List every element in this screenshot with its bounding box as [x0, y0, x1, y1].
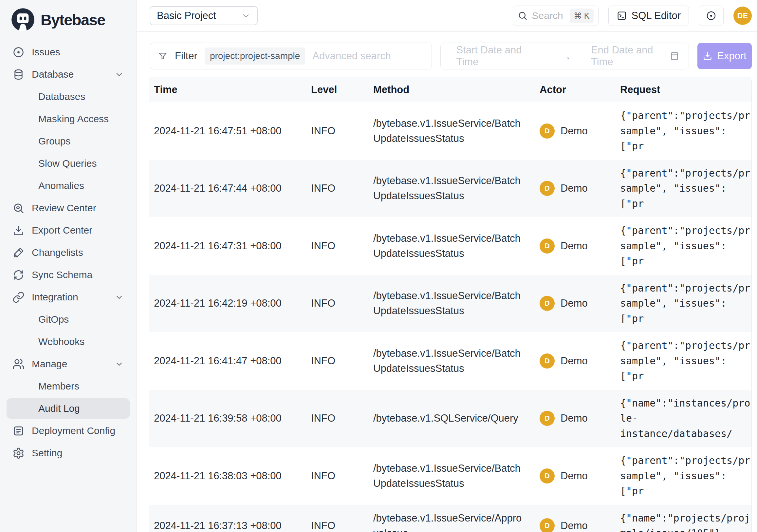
search-input[interactable]: Search ⌘ K [513, 6, 598, 26]
sidebar-item-database[interactable]: Database [7, 64, 130, 84]
sidebar-item-label: Databases [38, 91, 85, 102]
cell-actor: D Demo [530, 512, 616, 532]
table-row[interactable]: 2024-11-21 16:37:13 +08:00 INFO /bytebas… [149, 505, 751, 532]
search-placeholder: Search [532, 10, 565, 21]
table-row[interactable]: 2024-11-21 16:38:03 +08:00 INFO /bytebas… [149, 447, 751, 505]
cell-request: {"parent":"projects/pr sample", "issues"… [616, 102, 751, 160]
actor-name: Demo [560, 355, 588, 367]
sidebar-item-slow-queries[interactable]: Slow Queries [7, 153, 130, 173]
export-button[interactable]: Export [697, 43, 752, 69]
sidebar-item-anomalies[interactable]: Anomalies [7, 175, 130, 196]
actor-name: Demo [560, 240, 588, 252]
user-avatar[interactable]: DE [733, 7, 752, 25]
table-row[interactable]: 2024-11-21 16:47:51 +08:00 INFO /bytebas… [149, 102, 751, 160]
project-select[interactable]: Basic Project [150, 6, 258, 25]
cell-method: /bytebase.v1.IssueService/ApproveIssue [369, 505, 530, 532]
cell-request: {"parent":"projects/pr sample", "issues"… [616, 447, 751, 505]
column-header-time[interactable]: Time [149, 84, 307, 96]
sidebar-item-label: Manage [32, 359, 67, 369]
download-icon [13, 224, 24, 236]
sidebar-item-label: Issues [32, 47, 60, 58]
sidebar-item-sync-schema[interactable]: Sync Schema [7, 265, 130, 285]
chevron-down-icon[interactable] [115, 360, 124, 368]
sidebar-item-setting[interactable]: Setting [7, 443, 130, 463]
column-header-level[interactable]: Level [307, 84, 369, 96]
project-select-value: Basic Project [157, 10, 216, 22]
sidebar-item-manage[interactable]: Manage [7, 354, 130, 374]
actor-avatar: D [540, 123, 555, 139]
cell-actor: D Demo [530, 348, 616, 374]
column-divider[interactable] [530, 83, 530, 97]
cell-level: INFO [307, 514, 369, 532]
cell-time: 2024-11-21 16:42:19 +08:00 [149, 292, 307, 315]
filter-label: Filter [175, 50, 197, 62]
actor-avatar: D [540, 296, 555, 311]
sidebar-item-review-center[interactable]: Review Center [7, 198, 130, 218]
cell-method: /bytebase.v1.IssueService/BatchUpdateIss… [369, 110, 530, 152]
table-row[interactable]: 2024-11-21 16:47:31 +08:00 INFO /bytebas… [149, 217, 751, 275]
advanced-search-placeholder: Advanced search [312, 50, 391, 62]
sidebar-item-integration[interactable]: Integration [7, 287, 130, 307]
filter-search-input[interactable]: Filter project:project-sample Advanced s… [150, 43, 432, 70]
bytebase-robot-icon [11, 7, 35, 32]
actor-avatar: D [540, 468, 555, 484]
sidebar-item-label: Anomalies [38, 180, 84, 191]
cell-time: 2024-11-21 16:47:51 +08:00 [149, 119, 307, 143]
table-row[interactable]: 2024-11-21 16:41:47 +08:00 INFO /bytebas… [149, 332, 751, 390]
table-row[interactable]: 2024-11-21 16:39:58 +08:00 INFO /bytebas… [149, 390, 751, 448]
circle-dot-icon [13, 46, 24, 58]
chevron-down-icon[interactable] [115, 293, 124, 302]
filter-tag-chip[interactable]: project:project-sample [205, 47, 305, 65]
start-date-placeholder: Start Date and Time [456, 44, 537, 68]
file-lines-icon [13, 425, 24, 437]
sidebar-item-audit-log[interactable]: Audit Log [7, 398, 130, 419]
funnel-icon [158, 51, 167, 61]
users-icon [13, 358, 24, 370]
cell-time: 2024-11-21 16:37:13 +08:00 [149, 514, 307, 532]
column-header-method[interactable]: Method [369, 84, 530, 96]
bytebase-logo[interactable]: Bytebase [7, 6, 130, 33]
bytebase-app: Bytebase Issues Database Databases Maski… [0, 0, 757, 532]
cell-level: INFO [307, 407, 369, 430]
sidebar-item-label: Webhooks [38, 336, 84, 347]
sidebar-item-label: Changelists [32, 247, 83, 258]
sidebar-item-groups[interactable]: Groups [7, 131, 130, 151]
gear-icon [13, 447, 24, 459]
actor-name: Demo [560, 125, 588, 137]
sidebar-item-changelists[interactable]: Changelists [7, 242, 130, 263]
topbar-actions: Search ⌘ K SQL Editor DE [513, 6, 752, 26]
sql-editor-label: SQL Editor [632, 10, 681, 22]
sidebar-item-label: Groups [38, 136, 71, 147]
cell-level: INFO [307, 119, 369, 143]
cell-method: /bytebase.v1.IssueService/BatchUpdateIss… [369, 455, 530, 497]
cell-actor: D Demo [530, 175, 616, 202]
column-header-request[interactable]: Request [616, 84, 751, 96]
date-range-picker[interactable]: Start Date and Time → End Date and Time [440, 43, 689, 70]
sidebar-item-label: Deployment Config [32, 425, 115, 436]
sidebar-item-masking-access[interactable]: Masking Access [7, 109, 130, 129]
chevron-down-icon[interactable] [115, 70, 124, 79]
column-header-actor[interactable]: Actor [530, 84, 616, 96]
circle-dot-icon [706, 11, 716, 21]
table-row[interactable]: 2024-11-21 16:42:19 +08:00 INFO /bytebas… [149, 275, 751, 332]
sidebar-item-label: Database [32, 69, 74, 80]
topbar: Basic Project Search ⌘ K SQL Editor DE [136, 0, 757, 32]
circle-dot-button[interactable] [699, 6, 724, 26]
sidebar-item-export-center[interactable]: Export Center [7, 220, 130, 240]
actor-name: Demo [560, 412, 588, 424]
sidebar-item-gitops[interactable]: GitOps [7, 309, 130, 329]
cell-request: {"name":"projects/proj mple/issues/105"} [616, 505, 751, 532]
sidebar-item-members[interactable]: Members [7, 376, 130, 396]
sidebar-item-deployment-config[interactable]: Deployment Config [7, 421, 130, 441]
cell-actor: D Demo [530, 118, 616, 144]
brand-name: Bytebase [41, 11, 105, 29]
table-row[interactable]: 2024-11-21 16:47:44 +08:00 INFO /bytebas… [149, 160, 751, 218]
sidebar-item-issues[interactable]: Issues [7, 42, 130, 62]
sidebar-item-label: Audit Log [38, 403, 80, 414]
sql-editor-button[interactable]: SQL Editor [608, 6, 689, 26]
sidebar-item-databases[interactable]: Databases [7, 86, 130, 107]
sidebar-item-label: Export Center [32, 225, 92, 236]
sidebar-item-label: GitOps [38, 314, 69, 325]
search-icon [518, 11, 528, 21]
sidebar-item-webhooks[interactable]: Webhooks [7, 331, 130, 352]
